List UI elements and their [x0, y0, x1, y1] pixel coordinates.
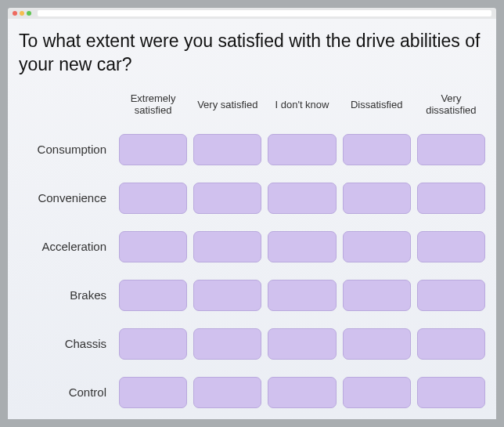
- row-label: Chassis: [19, 337, 113, 350]
- option-chassis-i-dont-know[interactable]: [268, 328, 336, 360]
- col-header: I don't know: [268, 99, 336, 111]
- matrix-grid: Extremely satisfied Very satisfied I don…: [19, 92, 485, 408]
- option-acceleration-extremely-satisfied[interactable]: [119, 231, 187, 262]
- option-acceleration-very-satisfied[interactable]: [193, 231, 261, 262]
- row-label: Consumption: [19, 143, 113, 156]
- option-acceleration-i-dont-know[interactable]: [268, 231, 336, 262]
- option-control-extremely-satisfied[interactable]: [119, 377, 187, 408]
- row-label: Control: [19, 385, 113, 399]
- window-controls: [13, 11, 31, 16]
- option-control-very-satisfied[interactable]: [193, 377, 261, 408]
- row-label: Brakes: [19, 288, 113, 302]
- option-chassis-very-satisfied[interactable]: [193, 328, 261, 360]
- col-header: Dissatisfied: [343, 99, 411, 111]
- option-brakes-extremely-satisfied[interactable]: [119, 280, 187, 311]
- option-brakes-very-dissatisfied[interactable]: [417, 280, 485, 311]
- maximize-window-icon[interactable]: [27, 11, 31, 16]
- option-brakes-dissatisfied[interactable]: [343, 280, 411, 311]
- option-convenience-very-dissatisfied[interactable]: [417, 183, 485, 214]
- option-control-very-dissatisfied[interactable]: [417, 377, 485, 408]
- option-chassis-dissatisfied[interactable]: [343, 328, 411, 360]
- url-bar[interactable]: [38, 10, 491, 16]
- col-header: Extremely satisfied: [119, 92, 187, 117]
- row-label: Acceleration: [19, 240, 113, 253]
- option-convenience-i-dont-know[interactable]: [268, 183, 336, 214]
- minimize-window-icon[interactable]: [20, 11, 24, 16]
- option-convenience-dissatisfied[interactable]: [343, 183, 411, 214]
- row-label: Convenience: [19, 191, 113, 204]
- close-window-icon[interactable]: [13, 11, 17, 16]
- option-control-dissatisfied[interactable]: [343, 377, 411, 408]
- option-chassis-very-dissatisfied[interactable]: [417, 328, 485, 360]
- survey-page: To what extent were you satisfied with t…: [8, 19, 496, 419]
- option-consumption-dissatisfied[interactable]: [343, 134, 411, 165]
- option-consumption-extremely-satisfied[interactable]: [119, 134, 187, 165]
- option-acceleration-dissatisfied[interactable]: [343, 231, 411, 262]
- option-acceleration-very-dissatisfied[interactable]: [417, 231, 485, 262]
- option-control-i-dont-know[interactable]: [268, 377, 336, 408]
- question-title: To what extent were you satisfied with t…: [19, 30, 485, 77]
- col-header: Very satisfied: [193, 99, 261, 111]
- option-consumption-very-dissatisfied[interactable]: [417, 134, 485, 165]
- option-brakes-i-dont-know[interactable]: [268, 280, 336, 311]
- option-chassis-extremely-satisfied[interactable]: [119, 328, 187, 360]
- option-convenience-very-satisfied[interactable]: [193, 183, 261, 214]
- option-brakes-very-satisfied[interactable]: [193, 280, 261, 311]
- col-header: Very dissatisfied: [417, 92, 485, 117]
- option-consumption-i-dont-know[interactable]: [268, 134, 336, 165]
- option-consumption-very-satisfied[interactable]: [193, 134, 261, 165]
- browser-chrome-bar: [8, 8, 496, 19]
- option-convenience-extremely-satisfied[interactable]: [119, 183, 187, 214]
